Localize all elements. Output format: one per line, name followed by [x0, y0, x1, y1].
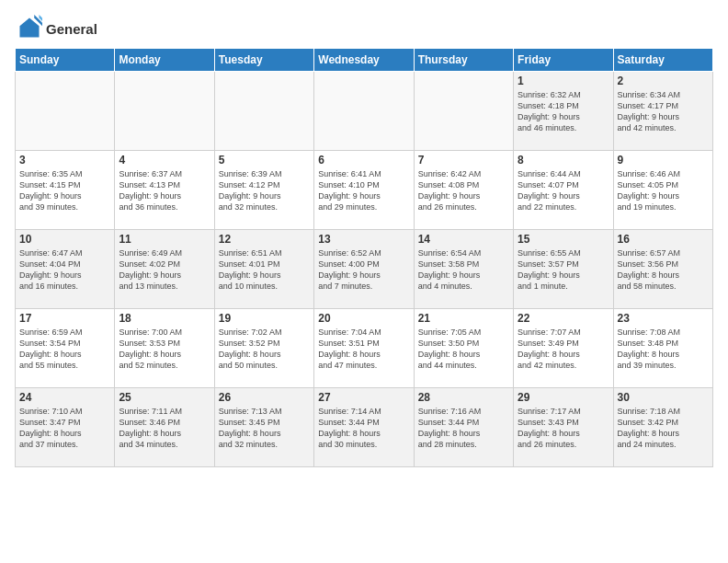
day-info: Sunrise: 6:46 AMSunset: 4:05 PMDaylight:…	[618, 168, 709, 213]
logo: General	[15, 15, 97, 44]
week-row-2: 3Sunrise: 6:35 AMSunset: 4:15 PMDaylight…	[16, 151, 713, 230]
header-day-thursday: Thursday	[414, 49, 513, 72]
day-cell: 18Sunrise: 7:00 AMSunset: 3:53 PMDayligh…	[115, 309, 214, 388]
header-day-wednesday: Wednesday	[314, 49, 414, 72]
day-info: Sunrise: 6:55 AMSunset: 3:57 PMDaylight:…	[518, 247, 609, 293]
day-number: 25	[119, 391, 210, 404]
day-cell	[314, 72, 414, 151]
day-cell: 21Sunrise: 7:05 AMSunset: 3:50 PMDayligh…	[414, 309, 513, 388]
day-number: 7	[418, 154, 509, 167]
svg-marker-0	[20, 18, 40, 38]
day-number: 15	[518, 233, 609, 246]
day-number: 3	[19, 154, 110, 167]
day-info: Sunrise: 6:37 AMSunset: 4:13 PMDaylight:…	[119, 168, 210, 213]
day-cell: 4Sunrise: 6:37 AMSunset: 4:13 PMDaylight…	[115, 151, 214, 230]
day-number: 4	[119, 154, 210, 167]
calendar-body: 1Sunrise: 6:32 AMSunset: 4:18 PMDaylight…	[16, 72, 713, 467]
day-number: 23	[618, 312, 709, 325]
day-info: Sunrise: 6:34 AMSunset: 4:17 PMDaylight:…	[618, 89, 709, 134]
day-cell: 9Sunrise: 6:46 AMSunset: 4:05 PMDaylight…	[613, 151, 712, 230]
day-cell: 16Sunrise: 6:57 AMSunset: 3:56 PMDayligh…	[613, 230, 712, 309]
header-day-friday: Friday	[514, 49, 613, 72]
week-row-4: 17Sunrise: 6:59 AMSunset: 3:54 PMDayligh…	[16, 309, 713, 388]
day-info: Sunrise: 6:44 AMSunset: 4:07 PMDaylight:…	[518, 168, 609, 213]
day-info: Sunrise: 7:18 AMSunset: 3:42 PMDaylight:…	[618, 406, 709, 451]
day-info: Sunrise: 7:07 AMSunset: 3:49 PMDaylight:…	[518, 327, 609, 372]
day-cell	[115, 72, 214, 151]
logo-general: General	[46, 21, 97, 38]
day-number: 6	[318, 154, 409, 167]
day-info: Sunrise: 6:59 AMSunset: 3:54 PMDaylight:…	[19, 327, 110, 372]
day-number: 17	[19, 312, 110, 325]
day-info: Sunrise: 6:42 AMSunset: 4:08 PMDaylight:…	[418, 168, 509, 213]
day-number: 8	[518, 154, 609, 167]
day-info: Sunrise: 7:14 AMSunset: 3:44 PMDaylight:…	[318, 406, 409, 451]
day-cell	[16, 72, 115, 151]
day-number: 12	[219, 233, 310, 246]
day-info: Sunrise: 7:00 AMSunset: 3:53 PMDaylight:…	[119, 327, 210, 372]
day-number: 10	[19, 233, 110, 246]
day-info: Sunrise: 6:57 AMSunset: 3:56 PMDaylight:…	[618, 247, 709, 293]
day-cell: 11Sunrise: 6:49 AMSunset: 4:02 PMDayligh…	[115, 230, 214, 309]
header: General	[15, 11, 713, 44]
day-cell: 14Sunrise: 6:54 AMSunset: 3:58 PMDayligh…	[414, 230, 513, 309]
day-number: 18	[119, 312, 210, 325]
day-cell: 23Sunrise: 7:08 AMSunset: 3:48 PMDayligh…	[613, 309, 712, 388]
day-number: 16	[618, 233, 709, 246]
day-cell: 25Sunrise: 7:11 AMSunset: 3:46 PMDayligh…	[115, 388, 214, 467]
day-cell: 22Sunrise: 7:07 AMSunset: 3:49 PMDayligh…	[514, 309, 613, 388]
logo-icon	[17, 15, 42, 40]
day-info: Sunrise: 6:51 AMSunset: 4:01 PMDaylight:…	[219, 247, 310, 293]
page-container: General SundayMondayTuesdayWednesdayThur…	[0, 0, 728, 475]
day-info: Sunrise: 6:32 AMSunset: 4:18 PMDaylight:…	[518, 89, 609, 134]
day-cell	[214, 72, 313, 151]
day-cell: 20Sunrise: 7:04 AMSunset: 3:51 PMDayligh…	[314, 309, 414, 388]
week-row-5: 24Sunrise: 7:10 AMSunset: 3:47 PMDayligh…	[16, 388, 713, 467]
week-row-3: 10Sunrise: 6:47 AMSunset: 4:04 PMDayligh…	[16, 230, 713, 309]
day-info: Sunrise: 6:52 AMSunset: 4:00 PMDaylight:…	[318, 247, 409, 293]
day-number: 21	[418, 312, 509, 325]
day-cell: 10Sunrise: 6:47 AMSunset: 4:04 PMDayligh…	[16, 230, 115, 309]
day-info: Sunrise: 7:05 AMSunset: 3:50 PMDaylight:…	[418, 327, 509, 372]
day-cell: 12Sunrise: 6:51 AMSunset: 4:01 PMDayligh…	[214, 230, 313, 309]
day-cell: 27Sunrise: 7:14 AMSunset: 3:44 PMDayligh…	[314, 388, 414, 467]
day-cell: 30Sunrise: 7:18 AMSunset: 3:42 PMDayligh…	[613, 388, 712, 467]
day-info: Sunrise: 6:54 AMSunset: 3:58 PMDaylight:…	[418, 247, 509, 293]
day-cell: 13Sunrise: 6:52 AMSunset: 4:00 PMDayligh…	[314, 230, 414, 309]
calendar-header: SundayMondayTuesdayWednesdayThursdayFrid…	[16, 49, 713, 72]
day-number: 27	[318, 391, 409, 404]
day-info: Sunrise: 6:41 AMSunset: 4:10 PMDaylight:…	[318, 168, 409, 213]
header-row: SundayMondayTuesdayWednesdayThursdayFrid…	[16, 49, 713, 72]
day-info: Sunrise: 6:49 AMSunset: 4:02 PMDaylight:…	[119, 247, 210, 293]
day-number: 24	[19, 391, 110, 404]
day-cell: 2Sunrise: 6:34 AMSunset: 4:17 PMDaylight…	[613, 72, 712, 151]
header-day-saturday: Saturday	[613, 49, 712, 72]
day-cell: 24Sunrise: 7:10 AMSunset: 3:47 PMDayligh…	[16, 388, 115, 467]
day-cell: 26Sunrise: 7:13 AMSunset: 3:45 PMDayligh…	[214, 388, 313, 467]
day-cell: 19Sunrise: 7:02 AMSunset: 3:52 PMDayligh…	[214, 309, 313, 388]
day-info: Sunrise: 7:10 AMSunset: 3:47 PMDaylight:…	[19, 406, 110, 451]
day-number: 1	[518, 75, 609, 87]
day-info: Sunrise: 7:11 AMSunset: 3:46 PMDaylight:…	[119, 406, 210, 451]
day-info: Sunrise: 6:39 AMSunset: 4:12 PMDaylight:…	[219, 168, 310, 213]
day-cell	[414, 72, 513, 151]
day-cell: 5Sunrise: 6:39 AMSunset: 4:12 PMDaylight…	[214, 151, 313, 230]
day-number: 28	[418, 391, 509, 404]
day-number: 22	[518, 312, 609, 325]
day-number: 9	[618, 154, 709, 167]
day-cell: 3Sunrise: 6:35 AMSunset: 4:15 PMDaylight…	[16, 151, 115, 230]
week-row-1: 1Sunrise: 6:32 AMSunset: 4:18 PMDaylight…	[16, 72, 713, 151]
day-info: Sunrise: 7:17 AMSunset: 3:43 PMDaylight:…	[518, 406, 609, 451]
day-cell: 6Sunrise: 6:41 AMSunset: 4:10 PMDaylight…	[314, 151, 414, 230]
day-cell: 8Sunrise: 6:44 AMSunset: 4:07 PMDaylight…	[514, 151, 613, 230]
day-cell: 28Sunrise: 7:16 AMSunset: 3:44 PMDayligh…	[414, 388, 513, 467]
day-info: Sunrise: 7:13 AMSunset: 3:45 PMDaylight:…	[219, 406, 310, 451]
day-number: 26	[219, 391, 310, 404]
day-cell: 17Sunrise: 6:59 AMSunset: 3:54 PMDayligh…	[16, 309, 115, 388]
day-number: 19	[219, 312, 310, 325]
calendar-table: SundayMondayTuesdayWednesdayThursdayFrid…	[15, 48, 713, 467]
day-cell: 1Sunrise: 6:32 AMSunset: 4:18 PMDaylight…	[514, 72, 613, 151]
day-cell: 29Sunrise: 7:17 AMSunset: 3:43 PMDayligh…	[514, 388, 613, 467]
day-info: Sunrise: 7:08 AMSunset: 3:48 PMDaylight:…	[618, 327, 709, 372]
day-info: Sunrise: 7:02 AMSunset: 3:52 PMDaylight:…	[219, 327, 310, 372]
